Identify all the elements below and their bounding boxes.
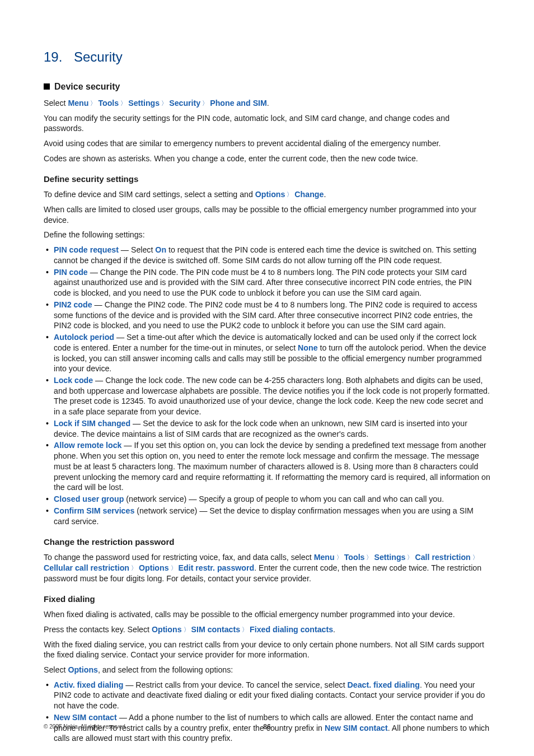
body-text: To change the password used for restrict… <box>44 552 490 584</box>
text: — Change the PIN code. The PIN code must… <box>54 268 472 297</box>
text: To define device and SIM card settings, … <box>44 190 255 199</box>
chapter-heading: 19.Security <box>44 48 490 66</box>
body-text: Define the following settings: <box>44 230 490 240</box>
chevron-right-icon: 〉 <box>471 553 480 562</box>
nav-tools: Tools <box>98 99 119 108</box>
chevron-right-icon: 〉 <box>129 564 139 572</box>
page-number: 86 <box>263 723 270 732</box>
text: Press the contacts key. Select <box>44 625 152 634</box>
term-lock-if-sim-changed: Lock if SIM changed <box>54 419 130 428</box>
nav-menu: Menu <box>68 99 88 108</box>
chevron-right-icon: 〉 <box>169 564 179 572</box>
nav-options: Options <box>139 563 169 572</box>
chapter-number: 19. <box>44 48 74 66</box>
fixed-dialing-list: Activ. fixed dialing — Restrict calls fr… <box>44 680 490 744</box>
text: (network service) — Specify a group of p… <box>124 494 444 503</box>
settings-list: PIN code request — Select On to request … <box>44 245 490 526</box>
chevron-right-icon: 〉 <box>182 626 191 634</box>
term-on: On <box>155 245 166 254</box>
list-item: Lock if SIM changed — Set the device to … <box>44 418 490 439</box>
body-text: Press the contacts key. Select Options〉S… <box>44 624 490 635</box>
subheading-change-restriction-password: Change the restriction password <box>44 536 490 548</box>
chevron-right-icon: 〉 <box>119 99 128 108</box>
text: , and select from the following options: <box>98 665 233 674</box>
nav-edit-restr-password: Edit restr. password <box>179 563 255 572</box>
body-text: Avoid using codes that are similar to em… <box>44 138 490 149</box>
subheading-fixed-dialing: Fixed dialing <box>44 594 490 605</box>
section-device-security: Device security <box>44 81 490 92</box>
page-footer: © 2007 Nokia. All rights reserved. 86 <box>44 723 490 730</box>
body-text: When fixed dialing is activated, calls m… <box>44 609 490 620</box>
chevron-right-icon: 〉 <box>285 190 294 199</box>
nav-settings: Settings <box>374 553 405 562</box>
list-item: Confirm SIM services (network service) —… <box>44 506 490 526</box>
body-text: Select Options, and select from the foll… <box>44 665 490 675</box>
nav-security: Security <box>169 99 200 108</box>
term-change: Change <box>294 190 324 199</box>
body-text: To define device and SIM card settings, … <box>44 189 490 200</box>
section-title: Device security <box>54 81 120 92</box>
text: — Change the lock code. The new code can… <box>54 376 490 416</box>
nav-fixed-dialing-contacts: Fixed dialing contacts <box>250 625 333 634</box>
text: — Change the PIN2 code. The PIN2 code mu… <box>54 300 477 330</box>
term-pin-code-request: PIN code request <box>54 245 119 254</box>
term-lock-code: Lock code <box>54 376 93 385</box>
chevron-right-icon: 〉 <box>88 99 98 108</box>
list-item: Lock code — Change the lock code. The ne… <box>44 375 490 417</box>
nav-phone-and-sim: Phone and SIM <box>210 99 267 108</box>
term-autolock-period: Autolock period <box>54 333 114 342</box>
chevron-right-icon: 〉 <box>405 553 415 562</box>
text: To change the password used for restrict… <box>44 553 314 562</box>
term-none: None <box>298 343 317 352</box>
copyright-text: © 2007 Nokia. All rights reserved. <box>44 723 127 730</box>
term-closed-user-group: Closed user group <box>54 494 124 503</box>
select-path: Select Menu〉Tools〉Settings〉Security〉Phon… <box>44 98 490 109</box>
chevron-right-icon: 〉 <box>160 99 169 108</box>
body-text: When calls are limited to closed user gr… <box>44 204 490 225</box>
term-deact-fixed-dialing: Deact. fixed dialing <box>348 680 420 689</box>
list-item: Allow remote lock — If you set this opti… <box>44 440 490 493</box>
nav-settings: Settings <box>128 99 160 108</box>
nav-menu: Menu <box>314 553 335 562</box>
subheading-define-security: Define security settings <box>44 174 490 185</box>
nav-cellular-call-restriction: Cellular call restriction <box>44 563 129 572</box>
text: — Restrict calls from your device. To ca… <box>123 680 347 689</box>
list-item: PIN code — Change the PIN code. The PIN … <box>44 267 490 298</box>
term-options: Options <box>255 190 285 199</box>
term-pin2-code: PIN2 code <box>54 300 92 309</box>
chevron-right-icon: 〉 <box>335 553 344 562</box>
square-bullet-icon <box>44 83 50 90</box>
list-item: Autolock period — Set a time-out after w… <box>44 332 490 374</box>
list-item: PIN2 code — Change the PIN2 code. The PI… <box>44 300 490 331</box>
list-item: Activ. fixed dialing — Restrict calls fr… <box>44 680 490 711</box>
chapter-title: Security <box>74 49 123 64</box>
text: — Select <box>119 245 155 254</box>
list-item: PIN code request — Select On to request … <box>44 245 490 265</box>
nav-call-restriction: Call restriction <box>415 553 470 562</box>
body-text: You can modify the security settings for… <box>44 113 490 134</box>
text: Select <box>44 99 68 108</box>
term-allow-remote-lock: Allow remote lock <box>54 441 121 450</box>
chevron-right-icon: 〉 <box>364 553 374 562</box>
body-text: With the fixed dialing service, you can … <box>44 640 490 660</box>
chevron-right-icon: 〉 <box>240 626 250 634</box>
term-confirm-sim-services: Confirm SIM services <box>54 506 134 515</box>
text: Select <box>44 665 68 674</box>
chevron-right-icon: 〉 <box>200 99 210 108</box>
nav-sim-contacts: SIM contacts <box>191 625 241 634</box>
term-pin-code: PIN code <box>54 268 88 277</box>
list-item: Closed user group (network service) — Sp… <box>44 494 490 505</box>
term-options: Options <box>68 665 98 674</box>
text: . <box>324 190 326 199</box>
term-new-sim-contact: New SIM contact <box>54 713 117 722</box>
nav-options: Options <box>152 625 182 634</box>
nav-tools: Tools <box>344 553 365 562</box>
body-text: Codes are shown as asterisks. When you c… <box>44 153 490 164</box>
term-activ-fixed-dialing: Activ. fixed dialing <box>54 680 123 689</box>
